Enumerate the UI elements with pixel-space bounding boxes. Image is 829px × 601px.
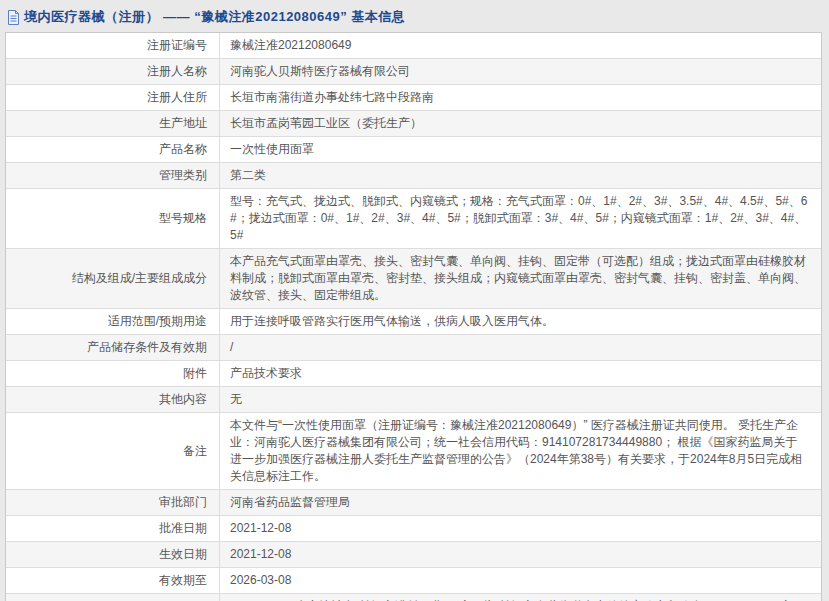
table-row: 管理类别第二类 <box>6 163 821 189</box>
row-label: 结构及组成/主要组成成分 <box>6 249 220 308</box>
row-value: / <box>220 335 821 360</box>
row-label: 生产地址 <box>6 111 220 136</box>
table-row: 产品名称一次性使用面罩 <box>6 137 821 163</box>
row-value: 2026-03-08 <box>220 568 821 593</box>
row-label: 产品名称 <box>6 137 220 162</box>
row-label-text: 注册人名称 <box>147 63 207 80</box>
table-row: 产品储存条件及有效期/ <box>6 335 821 361</box>
row-label-text: 其他内容 <box>159 391 207 408</box>
row-label-text: 管理类别 <box>159 167 207 184</box>
row-label-text: 结构及组成/主要组成成分 <box>72 270 207 287</box>
row-value: 本文件与“一次性使用面罩（注册证编号：豫械注准20212080649）” 医疗器… <box>220 413 821 489</box>
table-row: 注册证编号豫械注准20212080649 <box>6 33 821 59</box>
row-value: 一次性使用面罩 <box>220 137 821 162</box>
row-label: 备注 <box>6 413 220 489</box>
row-label-text: 批准日期 <box>159 520 207 537</box>
row-label-text: 附件 <box>183 365 207 382</box>
row-value: 豫械注准20212080649 <box>220 33 821 58</box>
row-label: 审批部门 <box>6 490 220 515</box>
row-label: 适用范围/预期用途 <box>6 309 220 334</box>
row-value: 河南驼人贝斯特医疗器械有限公司 <box>220 59 821 84</box>
table-row: 适用范围/预期用途用于连接呼吸管路实行医用气体输送，供病人吸入医用气体。 <box>6 309 821 335</box>
row-label: 有效期至 <box>6 568 220 593</box>
row-value: 产品技术要求 <box>220 361 821 386</box>
table-row: 生效日期2021-12-08 <box>6 542 821 568</box>
row-label-text: 注册人住所 <box>147 89 207 106</box>
row-label: 注册证编号 <box>6 33 220 58</box>
row-label: 管理类别 <box>6 163 220 188</box>
table-row: 注册人名称河南驼人贝斯特医疗器械有限公司 <box>6 59 821 85</box>
table-row: 变更情况2021-07-20 生产地址由“长垣市满村工业区”变更为“长垣市南蒲街… <box>6 594 821 601</box>
row-value: 河南省药品监督管理局 <box>220 490 821 515</box>
document-icon <box>7 10 20 25</box>
row-value: 用于连接呼吸管路实行医用气体输送，供病人吸入医用气体。 <box>220 309 821 334</box>
row-label: 注册人住所 <box>6 85 220 110</box>
row-value: 长垣市孟岗苇园工业区（委托生产） <box>220 111 821 136</box>
row-value: 2021-12-08 <box>220 542 821 567</box>
page: 境内医疗器械（注册） —— “豫械注准20212080649” 基本信息 注册证… <box>0 0 829 601</box>
info-table-body: 注册证编号豫械注准20212080649注册人名称河南驼人贝斯特医疗器械有限公司… <box>6 33 821 601</box>
row-label-text: 生效日期 <box>159 546 207 563</box>
page-header: 境内医疗器械（注册） —— “豫械注准20212080649” 基本信息 <box>5 5 823 29</box>
row-label: 其他内容 <box>6 387 220 412</box>
table-row: 注册人住所长垣市南蒲街道办事处纬七路中段路南 <box>6 85 821 111</box>
table-row: 批准日期2021-12-08 <box>6 516 821 542</box>
row-value: 2021-12-08 <box>220 516 821 541</box>
table-row: 有效期至2026-03-08 <box>6 568 821 594</box>
row-label: 生效日期 <box>6 542 220 567</box>
row-value: 长垣市南蒲街道办事处纬七路中段路南 <box>220 85 821 110</box>
row-label: 注册人名称 <box>6 59 220 84</box>
row-label: 变更情况 <box>6 594 220 601</box>
row-label-text: 备注 <box>183 443 207 460</box>
registration-info-table: 注册证编号豫械注准20212080649注册人名称河南驼人贝斯特医疗器械有限公司… <box>5 32 822 601</box>
row-label: 型号规格 <box>6 189 220 248</box>
table-row: 结构及组成/主要组成成分本产品充气式面罩由罩壳、接头、密封气囊、单向阀、挂钩、固… <box>6 249 821 309</box>
table-row: 其他内容无 <box>6 387 821 413</box>
page-title: 境内医疗器械（注册） —— “豫械注准20212080649” 基本信息 <box>24 8 405 26</box>
row-label: 附件 <box>6 361 220 386</box>
table-row: 型号规格型号：充气式、拢边式、脱卸式、内窥镜式；规格：充气式面罩：0#、1#、2… <box>6 189 821 249</box>
row-label: 批准日期 <box>6 516 220 541</box>
row-label-text: 产品储存条件及有效期 <box>87 339 207 356</box>
row-label-text: 生产地址 <box>159 115 207 132</box>
row-label-text: 审批部门 <box>159 494 207 511</box>
table-row: 审批部门河南省药品监督管理局 <box>6 490 821 516</box>
row-value: 2021-07-20 生产地址由“长垣市满村工业区”变更为“长垣市南蒲街道办事处… <box>220 594 821 601</box>
row-label-text: 注册证编号 <box>147 37 207 54</box>
row-value: 第二类 <box>220 163 821 188</box>
row-value: 型号：充气式、拢边式、脱卸式、内窥镜式；规格：充气式面罩：0#、1#、2#、3#… <box>220 189 821 248</box>
table-row: 备注本文件与“一次性使用面罩（注册证编号：豫械注准20212080649）” 医… <box>6 413 821 490</box>
table-row: 生产地址长垣市孟岗苇园工业区（委托生产） <box>6 111 821 137</box>
row-label-text: 适用范围/预期用途 <box>108 313 207 330</box>
row-label-text: 产品名称 <box>159 141 207 158</box>
table-row: 附件产品技术要求 <box>6 361 821 387</box>
row-label-text: 型号规格 <box>159 210 207 227</box>
row-label-text: 有效期至 <box>159 572 207 589</box>
row-label: 产品储存条件及有效期 <box>6 335 220 360</box>
row-value: 本产品充气式面罩由罩壳、接头、密封气囊、单向阀、挂钩、固定带（可选配）组成；拢边… <box>220 249 821 308</box>
row-value: 无 <box>220 387 821 412</box>
